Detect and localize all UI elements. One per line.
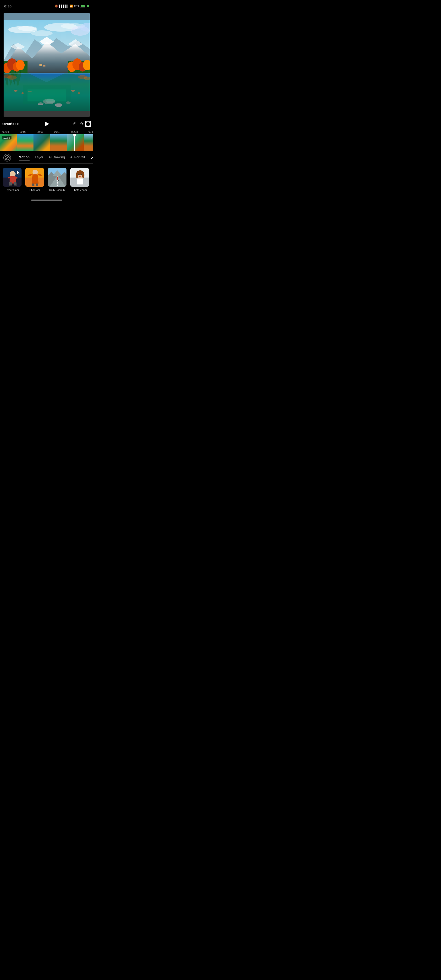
playhead-line[interactable] [75, 134, 75, 151]
mountain-scene-svg [3, 20, 90, 111]
timeline-filmstrip-container[interactable]: 10.0s [0, 134, 93, 151]
svg-point-74 [33, 170, 38, 175]
svg-point-86 [57, 176, 58, 177]
tab-motion[interactable]: Motion [19, 155, 30, 160]
tick-5: 00:09 [89, 130, 93, 133]
svg-point-54 [78, 92, 80, 94]
svg-rect-88 [57, 180, 57, 181]
duration-badge: 10.0s [2, 136, 11, 140]
redo-button[interactable]: ↷ [78, 120, 85, 127]
svg-point-99 [81, 174, 82, 175]
undo-button[interactable]: ↶ [71, 120, 78, 127]
current-time: 00:08 [2, 122, 11, 126]
svg-point-53 [71, 90, 75, 92]
photo-zoom-thumbnail [70, 168, 89, 187]
effects-row: Cyber Cam Phantom [2, 167, 91, 192]
confirm-button[interactable]: ✓ [90, 154, 93, 161]
film-frame-4 [50, 134, 67, 151]
status-time: 6:30 [4, 4, 11, 8]
photo-zoom-thumb[interactable] [70, 167, 89, 187]
svg-point-26 [16, 60, 25, 70]
tick-3: 00:07 [54, 130, 71, 133]
tick-1: 00:05 [20, 130, 37, 133]
effects-section: Cyber Cam Phantom [0, 164, 93, 197]
home-indicator [31, 200, 62, 201]
phantom-thumbnail [25, 168, 44, 187]
film-frame-6 [84, 134, 93, 151]
effect-phantom[interactable]: Phantom [25, 167, 44, 191]
svg-point-95 [76, 172, 78, 178]
time-display: 00:08/00:10 [2, 122, 24, 126]
tab-layer[interactable]: Layer [35, 155, 43, 160]
film-frame-2 [17, 134, 33, 151]
no-effect-button[interactable] [3, 154, 11, 162]
phantom-thumb[interactable] [25, 167, 44, 187]
svg-rect-55 [40, 64, 42, 66]
photo-zoom-label: Photo Zoom [73, 189, 87, 191]
signal-icon: ▌▌▌▌▌ [59, 5, 68, 7]
mute-icon: 🔕 [54, 5, 58, 8]
battery-container: 92% [74, 5, 86, 7]
dolly-zoom-label: Dolly Zoom R [49, 189, 65, 191]
battery-text: 92% [74, 5, 79, 7]
effect-dolly-zoom[interactable]: Dolly Zoom R [48, 167, 67, 191]
effect-cyber-cam[interactable]: Cyber Cam [2, 167, 22, 191]
battery-fill [81, 5, 85, 7]
svg-point-71 [8, 185, 17, 187]
fullscreen-button[interactable] [85, 121, 91, 127]
svg-point-2 [18, 26, 37, 31]
phantom-label: Phantom [29, 189, 40, 191]
svg-point-50 [14, 90, 17, 92]
svg-rect-62 [27, 89, 66, 102]
cyber-cam-thumbnail [3, 168, 22, 187]
status-bar: 6:30 🔕 ▌▌▌▌▌ 📶 92% [0, 0, 93, 11]
battery-icon [80, 5, 86, 7]
tick-4: 00:08 [71, 130, 89, 133]
svg-rect-76 [36, 183, 38, 186]
svg-point-7 [31, 30, 52, 36]
wifi-icon: 📶 [70, 5, 73, 8]
film-frame-3 [33, 134, 50, 151]
play-icon [45, 121, 49, 126]
tick-2: 00:06 [37, 130, 54, 133]
dolly-zoom-thumbnail [48, 168, 67, 187]
film-frame-5 [67, 134, 84, 151]
playback-controls: 00:08/00:10 ↶ ↷ [0, 117, 93, 129]
svg-point-65 [10, 171, 16, 177]
video-preview[interactable] [3, 20, 90, 111]
svg-point-98 [78, 174, 79, 175]
video-preview-footer [3, 111, 90, 117]
fullscreen-icon [86, 122, 90, 126]
play-button[interactable] [42, 119, 51, 128]
tab-ai-drawing[interactable]: AI Drawing [49, 155, 65, 160]
svg-rect-56 [43, 65, 46, 67]
effect-tabs: Motion Layer AI Drawing AI Portrait ✓ [0, 151, 93, 164]
svg-rect-97 [77, 178, 83, 185]
tab-ai-portrait[interactable]: AI Portrait [70, 155, 85, 160]
total-time: 00:10 [12, 122, 20, 126]
timeline-filmstrip[interactable] [0, 134, 93, 151]
dolly-zoom-thumb[interactable] [48, 167, 67, 187]
timeline-ruler: 00:04 00:05 00:06 00:07 00:08 00:09 [0, 129, 93, 134]
svg-rect-89 [58, 180, 59, 181]
effect-photo-zoom[interactable]: Photo Zoom [70, 167, 89, 191]
svg-point-58 [7, 75, 17, 80]
video-preview-header [3, 13, 90, 20]
tick-0: 00:04 [2, 130, 20, 133]
no-effect-icon [5, 155, 10, 160]
green-dot [87, 5, 89, 7]
cyber-cam-label: Cyber Cam [5, 189, 19, 191]
svg-rect-44 [3, 73, 90, 74]
cyber-cam-thumb[interactable] [2, 167, 22, 187]
status-icons: 🔕 ▌▌▌▌▌ 📶 92% [54, 5, 89, 8]
svg-rect-75 [32, 183, 35, 186]
video-preview-container [3, 13, 90, 117]
svg-point-96 [82, 172, 84, 178]
